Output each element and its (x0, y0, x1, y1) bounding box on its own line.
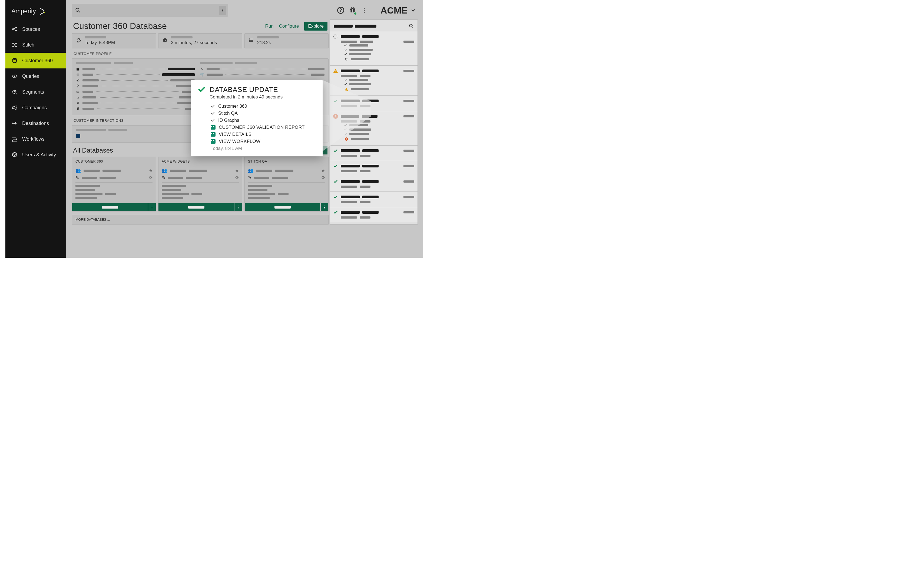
db-card-menu[interactable]: ⋮ (321, 203, 328, 211)
db-card[interactable]: CUSTOMER 360 👥★ ✎⟳ ⋮ (72, 156, 156, 212)
nav-item-queries[interactable]: Queries (5, 68, 66, 84)
help-icon[interactable]: ? (337, 7, 344, 14)
nav-item-users-activity[interactable]: Users & Activity (5, 147, 66, 162)
svg-point-6 (13, 46, 14, 47)
callout-item: ID Graphs (211, 118, 315, 123)
db-card-action[interactable] (72, 203, 148, 211)
db-card-action[interactable] (245, 203, 320, 211)
tenant-name: ACME (381, 5, 408, 16)
clock-icon (162, 38, 168, 44)
nav-item-sources[interactable]: Sources (5, 21, 66, 37)
check-icon (333, 148, 338, 153)
stat-records: 218.2k (244, 33, 328, 48)
activity-item[interactable] (330, 207, 417, 223)
check-icon (198, 86, 206, 93)
svg-point-2 (16, 27, 17, 29)
gift-icon[interactable] (349, 6, 356, 14)
configure-button[interactable]: Configure (279, 24, 299, 29)
page-title: Customer 360 Database (73, 21, 260, 31)
run-button[interactable]: Run (265, 24, 273, 29)
stat-value: 218.2k (257, 40, 279, 45)
svg-point-14 (76, 8, 79, 12)
nav-item-customer-360[interactable]: Customer 360 (5, 53, 66, 68)
nav-item-destinations[interactable]: Destinations (5, 116, 66, 131)
search-shortcut: / (219, 6, 226, 15)
svg-point-20 (249, 40, 250, 41)
search-input[interactable]: / (72, 4, 228, 17)
nav: Sources Stitch Customer 360 Queries Segm… (5, 21, 66, 162)
svg-point-3 (16, 30, 17, 32)
window-icon (211, 125, 216, 129)
panel-search-icon[interactable] (409, 24, 414, 29)
explore-button[interactable]: Explore (304, 22, 327, 30)
brand: Amperity (5, 0, 66, 21)
activity-item[interactable] (330, 65, 417, 95)
svg-point-8 (13, 58, 17, 60)
db-card-title: STITCH QA (245, 157, 328, 165)
users-activity-icon (11, 152, 18, 158)
nav-label: Users & Activity (22, 152, 56, 158)
callout-item: Stitch QA (211, 111, 315, 116)
activity-item[interactable]: ! ! (330, 111, 417, 145)
svg-rect-17 (352, 9, 353, 12)
tenant-switcher[interactable]: ACME (381, 5, 416, 16)
nav-item-segments[interactable]: Segments (5, 84, 66, 100)
interaction-tag (76, 134, 80, 138)
activity-item[interactable] (330, 161, 417, 176)
activity-item[interactable] (330, 145, 417, 161)
window-icon (211, 132, 216, 137)
db-card-menu[interactable]: ⋮ (234, 203, 242, 211)
activity-item[interactable] (330, 95, 417, 111)
activity-item[interactable] (330, 176, 417, 191)
nav-label: Queries (22, 74, 39, 79)
error-icon: ! (333, 114, 338, 119)
db-card-action[interactable] (159, 203, 234, 211)
nav-label: Stitch (22, 42, 34, 48)
callout-link[interactable]: VIEW DETAILS (211, 132, 315, 137)
callout-title: DATABASE UPDATE (210, 86, 278, 94)
stat-duration: 3 minutes, 27 seconds (158, 33, 242, 48)
activity-panel: ! ! (330, 20, 418, 224)
stats-row: Today, 5:43PM 3 minutes, 27 seconds 218.… (72, 33, 328, 48)
brand-name: Amperity (11, 8, 36, 15)
db-card[interactable]: ACME WIDGETS 👥★ ✎⟳ ⋮ (158, 156, 242, 212)
svg-point-13 (14, 154, 15, 155)
check-icon (333, 98, 338, 103)
stat-value: 3 minutes, 27 seconds (171, 40, 217, 45)
code-icon (11, 73, 18, 79)
error-icon: ! (344, 137, 349, 141)
activity-item[interactable] (330, 191, 417, 207)
warning-icon (344, 87, 349, 92)
activity-item[interactable] (330, 31, 417, 65)
callout-subtitle: Completed in 2 minutes 49 seconds (198, 95, 315, 100)
nav-item-workflows[interactable]: Workflows (5, 131, 66, 147)
search-icon (75, 8, 81, 13)
svg-point-11 (12, 123, 14, 124)
database-icon (11, 58, 18, 63)
db-card[interactable]: STITCH QA 👥★ ✎⟳ ⋮ (244, 156, 328, 212)
sources-icon (11, 26, 18, 32)
db-card-menu[interactable]: ⋮ (148, 203, 156, 211)
nav-label: Destinations (22, 121, 49, 126)
kebab-menu[interactable]: ⋮ (361, 9, 368, 11)
callout-link[interactable]: CUSTOMER 360 VALIDATION REPORT (211, 125, 315, 130)
more-databases[interactable]: MORE DATABASES ... (72, 215, 328, 224)
campaigns-icon (11, 105, 18, 111)
chevron-down-icon (410, 7, 416, 13)
destinations-icon (11, 120, 18, 126)
nav-item-campaigns[interactable]: Campaigns (5, 100, 66, 116)
check-icon (333, 210, 338, 215)
callout-link[interactable]: VIEW WORKFLOW (211, 139, 315, 144)
main: / ? ⋮ ACME Customer 360 Database Run Con… (66, 0, 423, 258)
activity-panel-header (330, 20, 417, 31)
refresh-icon (76, 38, 81, 44)
nav-label: Customer 360 (22, 58, 53, 63)
segments-icon (11, 89, 18, 95)
svg-point-0 (44, 11, 45, 13)
callout: DATABASE UPDATE Completed in 2 minutes 4… (191, 80, 322, 156)
nav-item-stitch[interactable]: Stitch (5, 37, 66, 53)
spinner-icon (344, 57, 349, 62)
nav-label: Campaigns (22, 105, 47, 111)
brand-logo-icon (39, 8, 46, 15)
check-icon (333, 164, 338, 168)
